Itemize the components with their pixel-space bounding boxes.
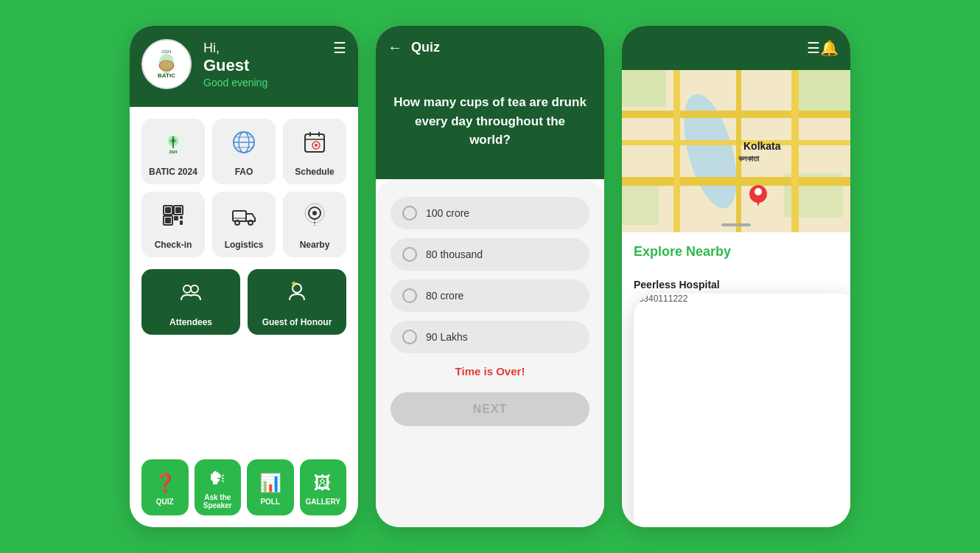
radio-1: [402, 206, 417, 220]
answer-option-1[interactable]: 100 crore: [391, 197, 589, 229]
greeting-hi: Hi,: [203, 41, 267, 56]
back-button[interactable]: ←: [388, 39, 402, 56]
answer-option-3[interactable]: 80 crore: [391, 279, 589, 312]
checkin-button[interactable]: Check-in: [141, 192, 205, 257]
answer-text-3: 80 crore: [426, 290, 463, 302]
greeting-time: Good evening: [203, 77, 267, 88]
svg-point-18: [315, 144, 318, 147]
quiz-label: QUIZ: [156, 498, 174, 506]
greeting-name: Guest: [203, 56, 267, 75]
svg-rect-42: [622, 181, 659, 225]
phone1: BATIC 2024 Hi, Guest Good evening ☰: [130, 26, 358, 527]
svg-rect-47: [673, 70, 680, 232]
svg-point-37: [293, 284, 301, 293]
time-over-message: Time is Over!: [391, 365, 589, 378]
phone1-header: BATIC 2024 Hi, Guest Good evening ☰: [130, 26, 358, 107]
svg-text:Kolkata: Kolkata: [743, 140, 781, 152]
quiz-answers: 100 crore 80 thousand 80 crore 90 Lakhs …: [376, 179, 604, 528]
nearby-label: Nearby: [300, 240, 330, 250]
map-drag-indicator: [721, 223, 751, 226]
radio-4: [402, 330, 417, 344]
peerless-info: Peerless Hospital 03340111222: [634, 279, 850, 527]
hamburger-icon-3[interactable]: ☰: [807, 39, 820, 57]
answer-text-1: 100 crore: [426, 207, 469, 219]
svg-text:BATIC: BATIC: [158, 72, 175, 79]
svg-point-54: [755, 188, 762, 195]
poll-label: POLL: [260, 498, 280, 506]
peerless-phone: 03340111222: [634, 293, 850, 527]
next-button[interactable]: NEXT: [391, 392, 589, 426]
schedule-icon: [301, 129, 328, 161]
gallery-button[interactable]: 🖼 GALLERY: [300, 459, 347, 515]
svg-rect-22: [175, 207, 181, 213]
bell-icon[interactable]: 🔔: [820, 39, 839, 57]
fao-label: FAO: [235, 167, 253, 177]
quiz-question-area: How many cups of tea are drunk every day…: [376, 69, 604, 179]
quiz-button[interactable]: ❓ QUIZ: [141, 459, 189, 515]
logistics-icon: [231, 202, 257, 234]
nearby-icon: [301, 202, 328, 234]
quiz-icon: ❓: [154, 473, 176, 493]
radio-2: [402, 247, 417, 262]
svg-rect-26: [180, 216, 183, 219]
ask-speaker-icon: 🗣: [209, 468, 226, 489]
hamburger-icon[interactable]: ☰: [333, 39, 346, 57]
fao-button[interactable]: FAO: [212, 119, 276, 184]
svg-rect-24: [165, 218, 171, 223]
peerless-hospital-card[interactable]: Peerless Hospital 03340111222: [634, 270, 839, 527]
svg-text:2024: 2024: [169, 150, 177, 154]
svg-rect-25: [174, 216, 178, 220]
poll-button[interactable]: 📊 POLL: [247, 459, 294, 515]
svg-point-35: [183, 285, 191, 293]
answer-option-2[interactable]: 80 thousand: [391, 238, 589, 271]
svg-point-30: [248, 220, 253, 225]
svg-rect-39: [622, 70, 666, 107]
svg-rect-27: [180, 220, 183, 225]
quiz-title: Quiz: [411, 40, 440, 55]
checkin-icon: [160, 202, 186, 234]
quiz-question: How many cups of tea are drunk every day…: [393, 93, 587, 150]
answer-text-4: 90 Lakhs: [426, 331, 468, 343]
guest-of-honour-icon: [284, 279, 310, 311]
svg-text:কলকাতা: কলকাতা: [738, 154, 760, 163]
logistics-label: Logistics: [225, 240, 264, 250]
bottom-nav: ❓ QUIZ 🗣 Ask the Speaker 📊 POLL 🖼 GALLER…: [130, 459, 358, 527]
phones-container: BATIC 2024 Hi, Guest Good evening ☰: [115, 11, 865, 542]
greeting-block: Hi, Guest Good evening: [203, 41, 267, 88]
svg-rect-28: [233, 211, 246, 221]
poll-icon: 📊: [259, 473, 281, 493]
svg-point-36: [191, 285, 198, 293]
app-logo: BATIC 2024: [141, 39, 192, 89]
schedule-label: Schedule: [295, 167, 334, 177]
explore-title: Explore Nearby: [634, 244, 839, 260]
attendees-button[interactable]: Attendees: [141, 269, 240, 335]
checkin-label: Check-in: [155, 240, 192, 250]
svg-rect-40: [799, 70, 850, 114]
attendees-label: Attendees: [169, 317, 212, 327]
answer-option-4[interactable]: 90 Lakhs: [391, 321, 589, 353]
batic2024-icon: 2024: [160, 129, 186, 161]
answer-text-2: 80 thousand: [426, 248, 483, 260]
ask-speaker-button[interactable]: 🗣 Ask the Speaker: [195, 459, 242, 515]
guest-of-honour-button[interactable]: Guest of Honour: [248, 269, 346, 335]
radio-3: [402, 288, 417, 303]
svg-point-2: [161, 60, 172, 68]
svg-point-29: [235, 220, 239, 225]
quiz-header: ← Quiz: [376, 26, 604, 69]
batic2024-button[interactable]: 2024 BATIC 2024: [141, 119, 205, 184]
schedule-button[interactable]: Schedule: [283, 119, 346, 184]
nearby-button[interactable]: Nearby: [283, 192, 346, 257]
gallery-label: GALLERY: [306, 498, 340, 506]
phone2: ← Quiz How many cups of tea are drunk ev…: [376, 26, 604, 527]
phone3: ☰ 🔔: [622, 26, 850, 527]
svg-rect-49: [791, 70, 799, 232]
fao-icon: [231, 129, 257, 161]
map-area: Kolkata কলকাতা: [622, 70, 850, 232]
peerless-name: Peerless Hospital: [634, 279, 850, 291]
logistics-button[interactable]: Logistics: [212, 192, 276, 257]
svg-rect-48: [736, 70, 741, 232]
attendees-icon: [178, 279, 204, 311]
svg-text:2024: 2024: [161, 49, 172, 54]
ask-speaker-label: Ask the Speaker: [197, 493, 239, 509]
guest-of-honour-label: Guest of Honour: [262, 317, 332, 327]
